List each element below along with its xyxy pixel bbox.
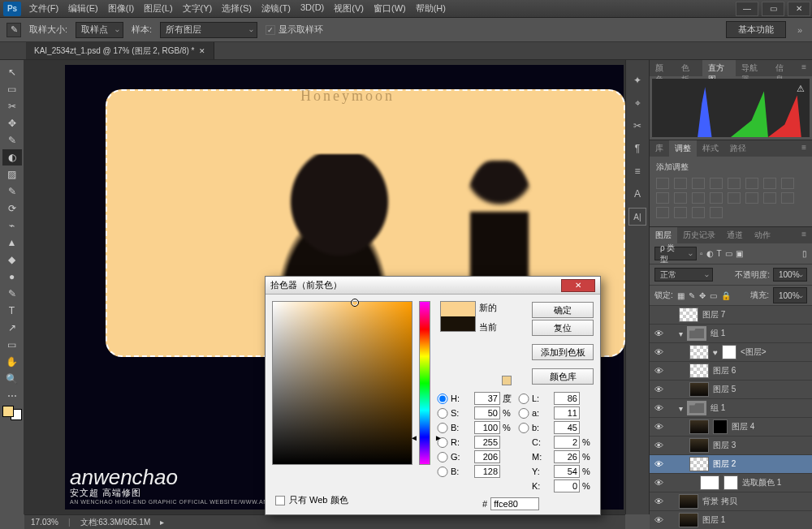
tool-button[interactable]: ⋯ (2, 388, 22, 404)
layer-thumbnail[interactable] (689, 457, 709, 471)
layer-name[interactable]: 图层 4 (732, 421, 754, 432)
document-tab[interactable]: KAI_2534zt_1.psd @ 17% (图层 2, RGB/8) * ✕ (26, 42, 214, 59)
tool-button[interactable]: ⌁ (2, 217, 22, 234)
menu-item[interactable]: 编辑(E) (63, 0, 103, 17)
color-value-input[interactable] (474, 465, 500, 478)
websafe-icon[interactable] (502, 376, 512, 385)
layer-row[interactable]: 图层 7 (650, 306, 812, 325)
filter-img-icon[interactable]: ▫ (700, 249, 703, 258)
disclosure-icon[interactable]: ▾ (679, 329, 683, 338)
color-mode-radio[interactable] (437, 467, 448, 477)
layer-mask-thumbnail[interactable] (723, 475, 738, 490)
layer-mask-thumbnail[interactable] (713, 419, 728, 434)
adjustment-preset-icon[interactable] (656, 207, 669, 218)
visibility-toggle[interactable]: 👁 (653, 441, 664, 450)
adjustment-preset-icon[interactable] (674, 192, 687, 204)
tool-button[interactable]: ✎ (2, 132, 22, 148)
adjustment-preset-icon[interactable] (710, 207, 723, 218)
tool-button[interactable]: ✋ (2, 354, 22, 370)
status-chevron-icon[interactable]: ▸ (160, 518, 164, 527)
layer-row[interactable]: 👁选取颜色 1 (650, 474, 812, 492)
layer-thumbnail[interactable] (689, 363, 709, 378)
ok-button[interactable]: 确定 (532, 302, 594, 318)
visibility-toggle[interactable]: 👁 (653, 459, 664, 469)
tool-button[interactable]: ◆ (2, 252, 22, 268)
cancel-button[interactable]: 复位 (532, 320, 594, 336)
fill-field[interactable]: 100% (773, 287, 807, 303)
menu-item[interactable]: 图层(L) (139, 0, 177, 17)
menu-item[interactable]: 文字(Y) (178, 0, 218, 17)
layer-thumbnail[interactable] (687, 401, 706, 415)
layer-row[interactable]: 👁图层 4 (650, 418, 812, 437)
tool-button[interactable]: ✂ (2, 98, 22, 114)
adjustment-preset-icon[interactable] (656, 178, 669, 189)
layers-list[interactable]: 图层 7👁▾组 1👁♥<图层>👁图层 6👁图层 5👁▾组 1👁图层 4👁图层 3… (650, 306, 812, 529)
color-mode-radio[interactable] (437, 423, 448, 433)
layer-mask-thumbnail[interactable] (722, 345, 736, 359)
adjustment-preset-icon[interactable] (710, 192, 723, 204)
panel-tab[interactable]: 导航器 (736, 60, 770, 76)
layer-row[interactable]: 👁图层 3 (650, 437, 812, 455)
type-panel-icon[interactable]: A| (628, 208, 646, 226)
layer-kind-combo[interactable]: ρ 类型 (654, 247, 697, 260)
adjustment-preset-icon[interactable] (763, 178, 776, 189)
color-value-input[interactable] (554, 436, 580, 449)
panel-menu-icon[interactable]: ≡ (796, 60, 812, 76)
color-mode-radio[interactable] (518, 408, 529, 419)
add-swatch-button[interactable]: 添加到色板 (532, 344, 594, 360)
menu-item[interactable]: 视图(V) (329, 0, 369, 17)
filter-text-icon[interactable]: T (717, 249, 722, 258)
layer-group-row[interactable]: 👁▾组 1 (650, 325, 812, 343)
minimize-button[interactable]: — (736, 2, 758, 16)
adjustment-preset-icon[interactable] (763, 192, 776, 204)
hue-slider[interactable] (419, 301, 430, 465)
layer-name[interactable]: 图层 6 (713, 365, 736, 376)
layer-thumbnail[interactable] (689, 438, 709, 453)
panel-tab[interactable]: 直方图 (702, 60, 736, 76)
menu-item[interactable]: 滤镜(T) (257, 0, 296, 17)
panel-tab[interactable]: 调整 (669, 140, 697, 157)
warning-icon[interactable]: ⚠ (797, 84, 805, 94)
menu-item[interactable]: 3D(D) (296, 0, 329, 17)
visibility-toggle[interactable]: 👁 (653, 497, 664, 506)
visibility-toggle[interactable]: 👁 (653, 366, 664, 376)
zoom-value[interactable]: 17.03% (31, 518, 58, 527)
dialog-close-button[interactable]: ✕ (561, 279, 595, 292)
char-panel-icon[interactable]: ¶ (628, 140, 646, 157)
visibility-toggle[interactable]: 👁 (653, 515, 664, 525)
panel-tab[interactable]: 颜色 (650, 60, 676, 76)
lock-paint-icon[interactable]: ✎ (689, 291, 695, 300)
visibility-toggle[interactable]: 👁 (653, 422, 664, 432)
adjustment-preset-icon[interactable] (692, 178, 705, 189)
layer-thumbnail[interactable] (679, 494, 698, 509)
workspace-basic-button[interactable]: 基本功能 (726, 21, 786, 38)
color-mode-radio[interactable] (437, 408, 448, 419)
brush-panel-icon[interactable]: ✦ (628, 71, 646, 89)
layer-name[interactable]: 背景 拷贝 (702, 496, 737, 507)
panel-menu-icon[interactable]: ≡ (796, 227, 812, 243)
layer-thumbnail[interactable] (687, 326, 706, 341)
panel-tab[interactable]: 路径 (724, 140, 752, 157)
dialog-titlebar[interactable]: 拾色器（前景色） ✕ (266, 277, 600, 295)
close-button[interactable]: ✕ (788, 2, 810, 16)
saturation-value-field[interactable] (272, 301, 412, 465)
lock-all-icon[interactable]: 🔒 (721, 291, 731, 300)
adjustment-preset-icon[interactable] (781, 192, 794, 204)
layer-thumbnail[interactable] (679, 513, 698, 527)
color-value-input[interactable] (554, 450, 580, 463)
layer-row[interactable]: 👁背景 拷贝 (650, 492, 812, 511)
filter-shape-icon[interactable]: ▭ (725, 249, 732, 258)
panel-tab[interactable]: 色板 (676, 60, 702, 76)
blend-mode-combo[interactable]: 正常 (654, 268, 713, 282)
visibility-toggle[interactable]: 👁 (653, 329, 664, 338)
filter-smart-icon[interactable]: ▣ (736, 249, 743, 258)
menu-item[interactable]: 窗口(W) (369, 0, 411, 17)
tool-button[interactable]: ✎ (2, 183, 22, 200)
tool-button[interactable]: 🔍 (2, 371, 22, 387)
panel-tab[interactable]: 历史记录 (677, 227, 721, 243)
layer-name[interactable]: 图层 3 (713, 440, 736, 451)
lock-trans-icon[interactable]: ▦ (677, 291, 685, 300)
color-lib-button[interactable]: 颜色库 (532, 368, 594, 385)
layer-thumbnail[interactable] (689, 345, 709, 359)
color-value-input[interactable] (474, 450, 500, 463)
